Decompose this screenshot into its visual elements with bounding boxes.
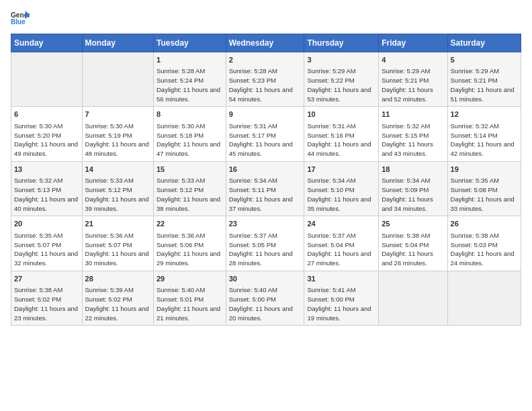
day-number: 15 — [157, 165, 223, 175]
day-content: Sunrise: 5:31 AMSunset: 5:16 PMDaylight:… — [307, 122, 375, 158]
calendar-cell: 1Sunrise: 5:28 AMSunset: 5:24 PMDaylight… — [154, 52, 226, 107]
calendar-cell: 11Sunrise: 5:32 AMSunset: 5:15 PMDayligh… — [379, 107, 447, 161]
day-content: Sunrise: 5:38 AMSunset: 5:03 PMDaylight:… — [451, 231, 518, 268]
logo-icon: General Blue — [11, 11, 30, 26]
day-number: 11 — [382, 109, 444, 120]
day-number: 6 — [14, 109, 79, 120]
day-content: Sunrise: 5:32 AMSunset: 5:13 PMDaylight:… — [14, 176, 79, 213]
calendar-cell: 13Sunrise: 5:32 AMSunset: 5:13 PMDayligh… — [11, 161, 83, 216]
day-number: 7 — [85, 109, 150, 120]
day-content: Sunrise: 5:29 AMSunset: 5:22 PMDaylight:… — [307, 66, 375, 103]
day-content: Sunrise: 5:32 AMSunset: 5:14 PMDaylight:… — [451, 122, 518, 158]
calendar-cell — [82, 52, 153, 107]
day-number: 13 — [14, 165, 79, 175]
day-content: Sunrise: 5:34 AMSunset: 5:10 PMDaylight:… — [307, 176, 375, 213]
day-content: Sunrise: 5:34 AMSunset: 5:11 PMDaylight:… — [229, 176, 302, 213]
day-number: 23 — [229, 219, 302, 229]
calendar-cell: 29Sunrise: 5:40 AMSunset: 5:01 PMDayligh… — [154, 271, 226, 325]
calendar-cell: 30Sunrise: 5:40 AMSunset: 5:00 PMDayligh… — [226, 271, 304, 325]
header-row: SundayMondayTuesdayWednesdayThursdayFrid… — [11, 34, 521, 52]
day-content: Sunrise: 5:35 AMSunset: 5:08 PMDaylight:… — [451, 176, 518, 213]
day-number: 16 — [229, 165, 302, 175]
calendar-cell: 27Sunrise: 5:38 AMSunset: 5:02 PMDayligh… — [11, 271, 83, 325]
calendar-cell: 6Sunrise: 5:30 AMSunset: 5:20 PMDaylight… — [11, 107, 83, 161]
header-day: Monday — [82, 34, 153, 52]
day-number: 3 — [307, 55, 375, 65]
header-day: Tuesday — [154, 34, 226, 52]
day-number: 27 — [14, 274, 79, 284]
day-number: 2 — [229, 55, 302, 65]
svg-text:Blue: Blue — [11, 18, 26, 26]
calendar-cell: 23Sunrise: 5:37 AMSunset: 5:05 PMDayligh… — [226, 216, 304, 271]
calendar-cell — [379, 271, 447, 325]
day-content: Sunrise: 5:33 AMSunset: 5:12 PMDaylight:… — [85, 176, 150, 213]
header-day: Thursday — [304, 34, 379, 52]
day-number: 22 — [157, 219, 223, 229]
day-number: 9 — [229, 109, 302, 120]
calendar-cell: 12Sunrise: 5:32 AMSunset: 5:14 PMDayligh… — [447, 107, 521, 161]
calendar-table: SundayMondayTuesdayWednesdayThursdayFrid… — [11, 34, 521, 326]
day-number: 28 — [85, 274, 150, 284]
day-number: 17 — [307, 165, 375, 175]
calendar-cell: 26Sunrise: 5:38 AMSunset: 5:03 PMDayligh… — [447, 216, 521, 271]
header-day: Wednesday — [226, 34, 304, 52]
day-content: Sunrise: 5:29 AMSunset: 5:21 PMDaylight:… — [451, 66, 518, 103]
calendar-cell — [11, 52, 83, 107]
day-number: 8 — [157, 109, 223, 120]
day-number: 10 — [307, 109, 375, 120]
calendar-cell: 16Sunrise: 5:34 AMSunset: 5:11 PMDayligh… — [226, 161, 304, 216]
day-content: Sunrise: 5:31 AMSunset: 5:17 PMDaylight:… — [229, 122, 302, 158]
day-content: Sunrise: 5:29 AMSunset: 5:21 PMDaylight:… — [382, 66, 444, 103]
calendar-cell: 2Sunrise: 5:28 AMSunset: 5:23 PMDaylight… — [226, 52, 304, 107]
day-number: 29 — [157, 274, 223, 284]
day-content: Sunrise: 5:35 AMSunset: 5:07 PMDaylight:… — [14, 231, 79, 268]
day-number: 20 — [14, 219, 79, 229]
calendar-row: 27Sunrise: 5:38 AMSunset: 5:02 PMDayligh… — [11, 271, 521, 325]
logo: General Blue — [11, 11, 32, 26]
day-content: Sunrise: 5:37 AMSunset: 5:04 PMDaylight:… — [307, 231, 375, 268]
day-content: Sunrise: 5:37 AMSunset: 5:05 PMDaylight:… — [229, 231, 302, 268]
calendar-cell: 15Sunrise: 5:33 AMSunset: 5:12 PMDayligh… — [154, 161, 226, 216]
day-number: 26 — [451, 219, 518, 229]
calendar-row: 1Sunrise: 5:28 AMSunset: 5:24 PMDaylight… — [11, 52, 521, 107]
day-number: 1 — [157, 55, 223, 65]
calendar-row: 20Sunrise: 5:35 AMSunset: 5:07 PMDayligh… — [11, 216, 521, 271]
calendar-cell: 5Sunrise: 5:29 AMSunset: 5:21 PMDaylight… — [447, 52, 521, 107]
calendar-cell: 20Sunrise: 5:35 AMSunset: 5:07 PMDayligh… — [11, 216, 83, 271]
day-content: Sunrise: 5:34 AMSunset: 5:09 PMDaylight:… — [382, 176, 444, 213]
day-number: 30 — [229, 274, 302, 284]
day-content: Sunrise: 5:33 AMSunset: 5:12 PMDaylight:… — [157, 176, 223, 213]
day-content: Sunrise: 5:38 AMSunset: 5:02 PMDaylight:… — [14, 285, 79, 322]
day-content: Sunrise: 5:28 AMSunset: 5:24 PMDaylight:… — [157, 66, 223, 103]
calendar-cell: 9Sunrise: 5:31 AMSunset: 5:17 PMDaylight… — [226, 107, 304, 161]
day-content: Sunrise: 5:38 AMSunset: 5:04 PMDaylight:… — [382, 231, 444, 268]
calendar-cell: 3Sunrise: 5:29 AMSunset: 5:22 PMDaylight… — [304, 52, 379, 107]
calendar-row: 13Sunrise: 5:32 AMSunset: 5:13 PMDayligh… — [11, 161, 521, 216]
calendar-cell: 22Sunrise: 5:36 AMSunset: 5:06 PMDayligh… — [154, 216, 226, 271]
day-content: Sunrise: 5:39 AMSunset: 5:02 PMDaylight:… — [85, 285, 150, 322]
calendar-cell: 31Sunrise: 5:41 AMSunset: 5:00 PMDayligh… — [304, 271, 379, 325]
day-content: Sunrise: 5:28 AMSunset: 5:23 PMDaylight:… — [229, 66, 302, 103]
calendar-row: 6Sunrise: 5:30 AMSunset: 5:20 PMDaylight… — [11, 107, 521, 161]
calendar-cell: 17Sunrise: 5:34 AMSunset: 5:10 PMDayligh… — [304, 161, 379, 216]
calendar-cell: 4Sunrise: 5:29 AMSunset: 5:21 PMDaylight… — [379, 52, 447, 107]
calendar-cell — [447, 271, 521, 325]
day-content: Sunrise: 5:40 AMSunset: 5:00 PMDaylight:… — [229, 285, 302, 322]
day-content: Sunrise: 5:30 AMSunset: 5:19 PMDaylight:… — [85, 122, 150, 158]
calendar-cell: 18Sunrise: 5:34 AMSunset: 5:09 PMDayligh… — [379, 161, 447, 216]
day-content: Sunrise: 5:36 AMSunset: 5:07 PMDaylight:… — [85, 231, 150, 268]
calendar-cell: 19Sunrise: 5:35 AMSunset: 5:08 PMDayligh… — [447, 161, 521, 216]
header-day: Saturday — [447, 34, 521, 52]
day-content: Sunrise: 5:30 AMSunset: 5:20 PMDaylight:… — [14, 122, 79, 158]
calendar-cell: 24Sunrise: 5:37 AMSunset: 5:04 PMDayligh… — [304, 216, 379, 271]
day-number: 18 — [382, 165, 444, 175]
day-content: Sunrise: 5:40 AMSunset: 5:01 PMDaylight:… — [157, 285, 223, 322]
day-number: 25 — [382, 219, 444, 229]
calendar-cell: 8Sunrise: 5:30 AMSunset: 5:18 PMDaylight… — [154, 107, 226, 161]
day-content: Sunrise: 5:30 AMSunset: 5:18 PMDaylight:… — [157, 122, 223, 158]
day-number: 12 — [451, 109, 518, 120]
calendar-cell: 25Sunrise: 5:38 AMSunset: 5:04 PMDayligh… — [379, 216, 447, 271]
day-number: 5 — [451, 55, 518, 65]
calendar-cell: 10Sunrise: 5:31 AMSunset: 5:16 PMDayligh… — [304, 107, 379, 161]
header-day: Friday — [379, 34, 447, 52]
